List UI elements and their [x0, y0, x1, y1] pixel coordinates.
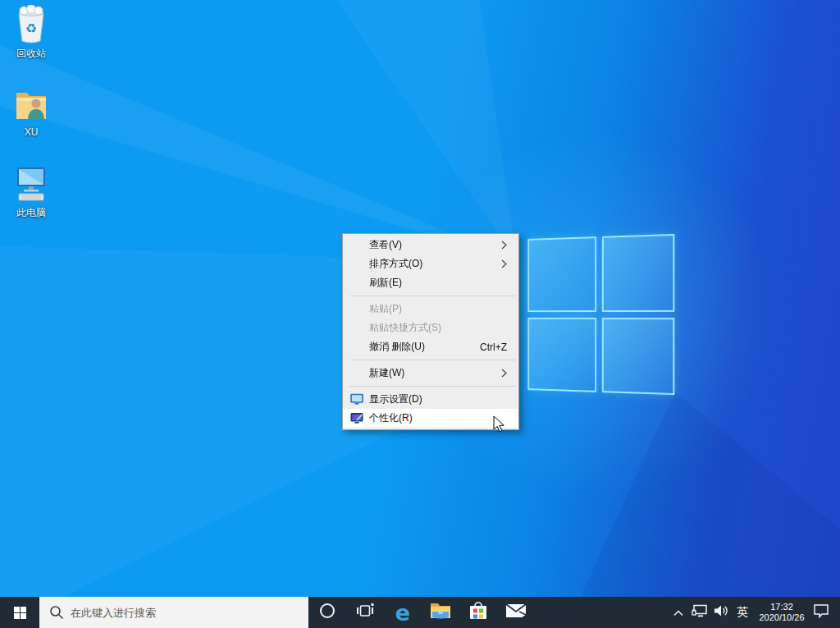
- cortana-icon: [318, 602, 336, 623]
- menu-item-refresh[interactable]: 刷新(E): [343, 273, 518, 292]
- recycle-bin-icon: ♻: [11, 5, 51, 44]
- start-icon: [14, 607, 26, 619]
- submenu-chevron-icon: [501, 369, 507, 378]
- volume-button[interactable]: [710, 597, 732, 628]
- windows-logo-pane: [527, 236, 596, 311]
- mail-button[interactable]: [497, 597, 535, 628]
- menu-separator: [350, 296, 516, 296]
- action-center-icon: [813, 603, 829, 621]
- menu-item-label: 新建(W): [369, 366, 404, 380]
- windows-logo-pane: [527, 317, 596, 392]
- menu-item-new[interactable]: 新建(W): [343, 364, 518, 383]
- menu-item-paste: 粘贴(P): [343, 300, 518, 319]
- network-icon: [692, 604, 708, 621]
- search-input[interactable]: [39, 597, 308, 628]
- taskbar: e: [0, 597, 840, 628]
- desktop-icon-this-pc[interactable]: 此电脑: [0, 164, 62, 220]
- action-center-button[interactable]: [810, 597, 832, 628]
- taskbar-search[interactable]: [39, 597, 308, 628]
- desktop-icon-recycle-bin[interactable]: ♻ 回收站: [0, 5, 62, 61]
- menu-item-sort-by[interactable]: 排序方式(O): [343, 254, 518, 273]
- svg-text:♻: ♻: [25, 21, 37, 35]
- menu-item-personalize[interactable]: 个性化(R): [343, 409, 518, 428]
- menu-item-view[interactable]: 查看(V): [343, 236, 518, 254]
- file-explorer-button[interactable]: [422, 597, 459, 628]
- menu-item-paste-shortcut: 粘贴快捷方式(S): [343, 319, 518, 337]
- menu-item-label: 刷新(E): [369, 276, 402, 290]
- this-pc-icon: [11, 164, 51, 204]
- clock-date: 2020/10/26: [755, 612, 809, 623]
- desktop-icon-user-folder[interactable]: XU: [0, 85, 62, 138]
- menu-item-undo-delete[interactable]: 撤消 删除(U) Ctrl+Z: [343, 337, 518, 356]
- menu-item-label: 个性化(R): [369, 411, 413, 425]
- menu-item-display-settings[interactable]: 显示设置(D): [343, 390, 518, 409]
- edge-icon: e: [395, 602, 410, 624]
- desktop-icon-label: 回收站: [0, 47, 62, 61]
- edge-button[interactable]: e: [384, 597, 422, 628]
- task-view-button[interactable]: [346, 597, 384, 628]
- menu-item-label: 查看(V): [369, 238, 402, 252]
- mail-icon: [505, 603, 527, 622]
- file-explorer-icon: [430, 602, 451, 623]
- clock-time: 17:32: [755, 602, 809, 612]
- volume-icon: [714, 604, 729, 621]
- tray-show-hidden-button[interactable]: [668, 597, 689, 628]
- desktop-icon-label: 此电脑: [0, 206, 62, 220]
- desktop-screen: ♻ 回收站 XU: [0, 0, 840, 628]
- search-icon: [49, 605, 64, 623]
- menu-item-label: 粘贴快捷方式(S): [369, 321, 441, 335]
- store-icon: [468, 600, 488, 625]
- chevron-up-icon: [673, 605, 683, 620]
- ime-indicator[interactable]: 英: [732, 597, 753, 628]
- menu-separator: [350, 386, 516, 387]
- submenu-chevron-icon: [501, 259, 507, 268]
- personalize-icon: [350, 411, 363, 424]
- windows-logo-wallpaper: [527, 234, 674, 395]
- submenu-chevron-icon: [501, 241, 507, 250]
- menu-separator: [350, 360, 516, 360]
- cortana-button[interactable]: [308, 597, 346, 628]
- desktop-context-menu: 查看(V) 排序方式(O) 刷新(E) 粘贴(P) 粘贴快捷方式(S) 撤消 删…: [342, 233, 519, 430]
- user-folder-icon: [11, 85, 51, 124]
- store-button[interactable]: [459, 597, 497, 628]
- desktop-icon-label: XU: [0, 126, 62, 138]
- task-view-icon: [356, 603, 374, 622]
- taskbar-clock[interactable]: 17:32 2020/10/26: [753, 602, 810, 623]
- display-settings-icon: [350, 392, 363, 406]
- menu-item-shortcut: Ctrl+Z: [480, 342, 507, 353]
- menu-item-label: 显示设置(D): [369, 392, 422, 406]
- network-button[interactable]: [689, 597, 710, 628]
- menu-item-label: 粘贴(P): [369, 302, 402, 316]
- menu-item-label: 排序方式(O): [369, 257, 422, 271]
- windows-logo-pane: [601, 234, 674, 312]
- start-button[interactable]: [0, 597, 39, 628]
- menu-item-label: 撤消 删除(U): [369, 340, 425, 354]
- windows-logo-pane: [601, 318, 674, 396]
